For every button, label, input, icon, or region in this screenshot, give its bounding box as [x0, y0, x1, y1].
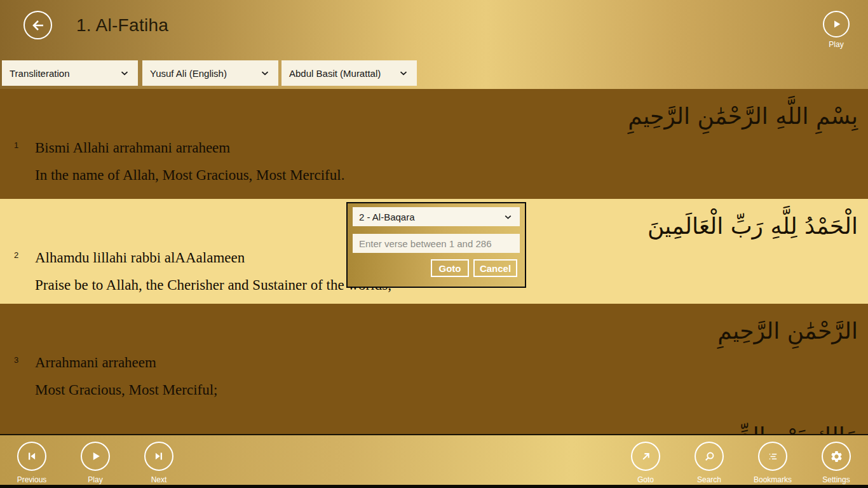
verse-row-3[interactable]: الرَّحْمَٰنِ الرَّحِيمِ 3 Arrahmani arra…	[0, 304, 868, 409]
verse-3-arabic: الرَّحْمَٰنِ الرَّحِيمِ	[0, 304, 868, 351]
search-label: Search	[697, 475, 721, 484]
bookmarks-label: Bookmarks	[754, 475, 792, 484]
bookmarks-list-icon	[766, 450, 780, 463]
verse-list: بِسْمِ اللَّهِ الرَّحْمَٰنِ الرَّحِيمِ 1…	[0, 89, 868, 488]
translation-mode-dropdown[interactable]: Transliteration	[2, 60, 138, 86]
settings-gear-icon	[830, 450, 843, 463]
goto-button[interactable]: Goto	[614, 442, 677, 484]
verse-row-1[interactable]: بِسْمِ اللَّهِ الرَّحْمَٰنِ الرَّحِيمِ 1…	[0, 89, 868, 199]
verse-2-transliteration: Alhamdu lillahi rabbi alAAalameen	[35, 250, 245, 266]
play-icon	[830, 18, 843, 30]
header-play-button[interactable]: Play	[820, 11, 853, 49]
header-play-label: Play	[820, 40, 853, 49]
next-label: Next	[151, 475, 167, 484]
skip-next-icon	[152, 449, 166, 463]
verse-3-number: 3	[14, 355, 35, 365]
bookmarks-button[interactable]: Bookmarks	[741, 442, 804, 484]
search-button[interactable]: Search	[677, 442, 741, 484]
verse-1-transliteration: Bismi Allahi arrahmani arraheem	[35, 140, 230, 156]
surah-dropdown-value: 2 - Al-Baqara	[359, 212, 503, 222]
chevron-down-icon	[119, 67, 130, 79]
play-label: Play	[88, 475, 102, 484]
page-title: 1. Al-Fatiha	[76, 15, 168, 36]
verse-1-arabic: بِسْمِ اللَّهِ الرَّحْمَٰنِ الرَّحِيمِ	[0, 89, 868, 136]
previous-button[interactable]: Previous	[0, 442, 64, 484]
previous-label: Previous	[17, 475, 47, 484]
chevron-down-icon	[503, 212, 513, 222]
chevron-down-icon	[259, 67, 271, 79]
goto-verse-dialog: 2 - Al-Baqara Goto Cancel	[346, 202, 526, 288]
reciter-dropdown[interactable]: Abdul Basit (Murattal)	[281, 60, 417, 86]
translation-mode-value: Transliteration	[10, 68, 119, 79]
settings-button[interactable]: Settings	[804, 442, 868, 484]
goto-label: Goto	[637, 475, 654, 484]
back-arrow-icon	[31, 18, 46, 33]
goto-confirm-button[interactable]: Goto	[431, 259, 469, 277]
play-button[interactable]: Play	[64, 442, 127, 484]
translation-value: Yusuf Ali (English)	[150, 68, 259, 79]
goto-arrow-icon	[639, 450, 653, 463]
translation-dropdown[interactable]: Yusuf Ali (English)	[142, 60, 278, 86]
verse-2-number: 2	[14, 250, 35, 260]
next-button[interactable]: Next	[127, 442, 191, 484]
search-icon	[703, 450, 716, 463]
verse-3-transliteration: Arrahmani arraheem	[35, 355, 156, 371]
back-button[interactable]	[24, 11, 52, 39]
surah-dropdown[interactable]: 2 - Al-Baqara	[353, 207, 520, 226]
goto-cancel-button[interactable]: Cancel	[473, 259, 517, 277]
skip-previous-icon	[25, 449, 39, 463]
verse-number-input[interactable]	[353, 234, 520, 253]
reciter-value: Abdul Basit (Murattal)	[289, 68, 398, 79]
verse-3-translation: Most Gracious, Most Merciful;	[0, 382, 868, 398]
header: 1. Al-Fatiha Play Transliteration Yusuf …	[0, 0, 868, 89]
settings-label: Settings	[822, 475, 850, 484]
verse-1-number: 1	[14, 140, 35, 150]
play-icon	[88, 449, 102, 463]
app-bar: Previous Play Next	[0, 434, 868, 488]
verse-1-translation: In the name of Allah, Most Gracious, Mos…	[0, 167, 868, 184]
chevron-down-icon	[398, 67, 409, 79]
